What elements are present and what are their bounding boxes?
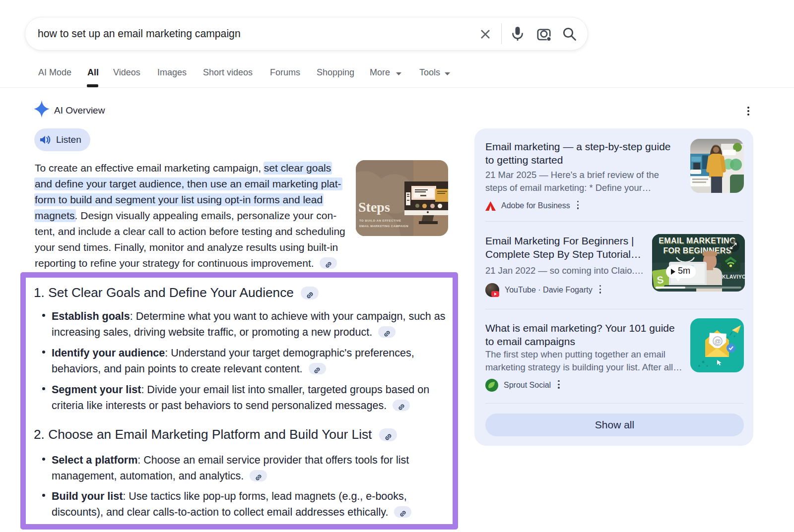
svg-text:@: @ bbox=[714, 338, 721, 345]
